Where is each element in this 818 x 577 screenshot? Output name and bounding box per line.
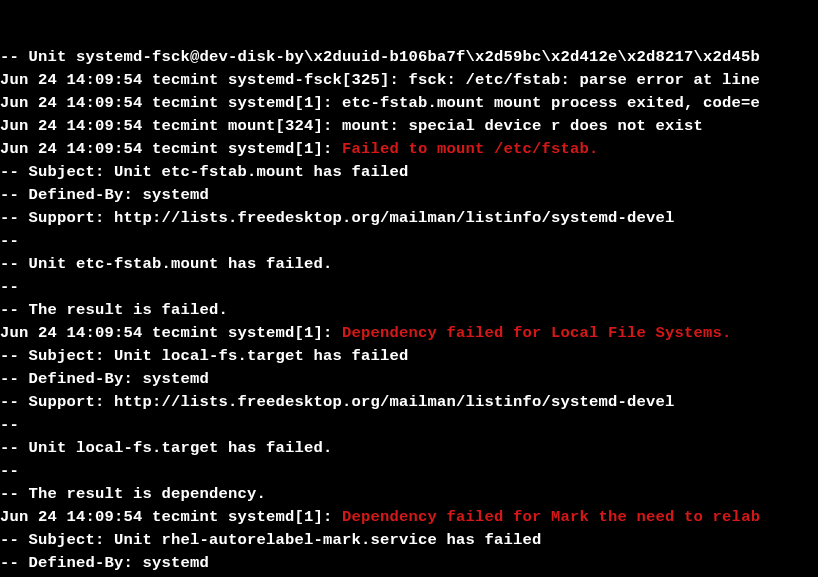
log-line: -- The result is dependency. bbox=[0, 483, 818, 506]
log-prefix: Jun 24 14:09:54 tecmint systemd[1]: bbox=[0, 140, 342, 158]
log-lines-container: -- Unit systemd-fsck@dev-disk-by\x2duuid… bbox=[0, 46, 818, 577]
log-error: Dependency failed for Mark the need to r… bbox=[342, 508, 760, 526]
log-line: -- The result is failed. bbox=[0, 299, 818, 322]
log-line: -- Support: http://lists.freedesktop.org… bbox=[0, 391, 818, 414]
log-line: -- Unit etc-fstab.mount has failed. bbox=[0, 253, 818, 276]
log-line: -- bbox=[0, 460, 818, 483]
log-line: -- bbox=[0, 230, 818, 253]
log-line: -- Subject: Unit local-fs.target has fai… bbox=[0, 345, 818, 368]
log-line: Jun 24 14:09:54 tecmint systemd[1]: Depe… bbox=[0, 506, 818, 529]
log-line: -- Support: http://lists.freedesktop.org… bbox=[0, 207, 818, 230]
log-prefix: Jun 24 14:09:54 tecmint systemd[1]: bbox=[0, 508, 342, 526]
terminal-output[interactable]: -- Unit systemd-fsck@dev-disk-by\x2duuid… bbox=[0, 0, 818, 577]
log-error: Failed to mount /etc/fstab. bbox=[342, 140, 599, 158]
log-error: Dependency failed for Local File Systems… bbox=[342, 324, 732, 342]
log-line: -- Defined-By: systemd bbox=[0, 368, 818, 391]
log-line: -- Defined-By: systemd bbox=[0, 552, 818, 575]
log-line: -- Unit local-fs.target has failed. bbox=[0, 437, 818, 460]
log-line: Jun 24 14:09:54 tecmint systemd[1]: Depe… bbox=[0, 322, 818, 345]
log-line: -- Unit systemd-fsck@dev-disk-by\x2duuid… bbox=[0, 46, 818, 69]
log-line: -- bbox=[0, 276, 818, 299]
log-line: Jun 24 14:09:54 tecmint mount[324]: moun… bbox=[0, 115, 818, 138]
log-prefix: Jun 24 14:09:54 tecmint systemd[1]: bbox=[0, 324, 342, 342]
log-line: Jun 24 14:09:54 tecmint systemd-fsck[325… bbox=[0, 69, 818, 92]
log-line: Jun 24 14:09:54 tecmint systemd[1]: etc-… bbox=[0, 92, 818, 115]
log-line: Jun 24 14:09:54 tecmint systemd[1]: Fail… bbox=[0, 138, 818, 161]
log-line: -- Defined-By: systemd bbox=[0, 184, 818, 207]
log-line: -- Subject: Unit rhel-autorelabel-mark.s… bbox=[0, 529, 818, 552]
log-line: -- bbox=[0, 414, 818, 437]
log-line: -- Subject: Unit etc-fstab.mount has fai… bbox=[0, 161, 818, 184]
